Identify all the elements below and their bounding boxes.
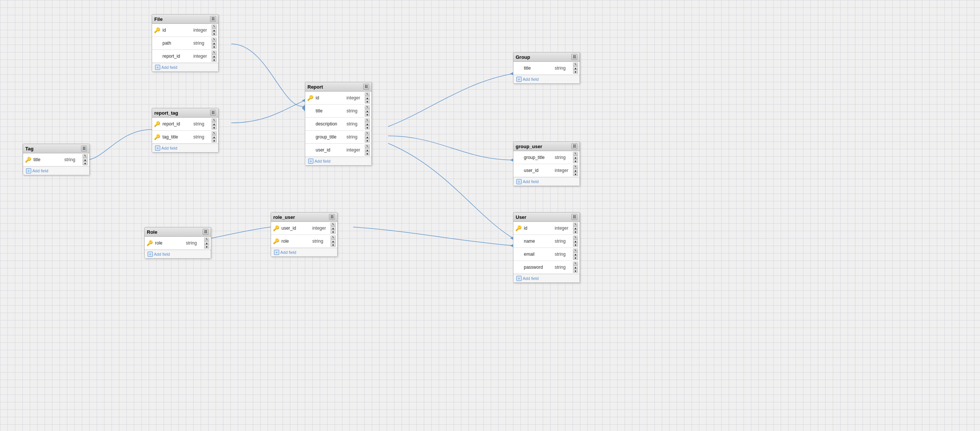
move-up-icon[interactable]: ▲: [212, 42, 217, 45]
edit-field-icon[interactable]: ✎: [331, 236, 336, 239]
add-field-link[interactable]: +Add field: [516, 276, 577, 281]
move-down-icon[interactable]: ▼: [573, 243, 578, 247]
move-up-icon[interactable]: ▲: [204, 241, 209, 245]
move-down-icon[interactable]: ▼: [573, 159, 578, 163]
move-down-icon[interactable]: ▼: [83, 161, 88, 165]
table-options-icon[interactable]: ☷: [210, 110, 216, 116]
move-down-icon[interactable]: ▼: [573, 256, 578, 260]
move-down-icon[interactable]: ▼: [331, 243, 336, 247]
edit-field-icon[interactable]: ✎: [573, 249, 578, 252]
move-up-icon[interactable]: ▲: [365, 122, 370, 126]
table-options-icon[interactable]: ☷: [329, 214, 335, 220]
move-down-icon[interactable]: ▼: [365, 139, 370, 142]
move-up-icon[interactable]: ▲: [573, 239, 578, 243]
add-field-row[interactable]: +Add field: [271, 248, 337, 257]
add-field-row[interactable]: +Add field: [514, 274, 580, 283]
table-header[interactable]: Role☷: [145, 227, 211, 237]
move-up-icon[interactable]: ▲: [212, 54, 217, 58]
add-field-label: Add field: [523, 77, 539, 81]
move-up-icon[interactable]: ▲: [365, 148, 370, 152]
edit-field-icon[interactable]: ✎: [83, 154, 88, 158]
edit-field-icon[interactable]: ✎: [365, 118, 370, 122]
move-down-icon[interactable]: ▼: [212, 139, 217, 142]
move-up-icon[interactable]: ▲: [83, 158, 88, 161]
move-up-icon[interactable]: ▲: [212, 135, 217, 139]
edit-field-icon[interactable]: ✎: [365, 105, 370, 109]
edit-field-icon[interactable]: ✎: [573, 262, 578, 265]
move-down-icon[interactable]: ▼: [365, 126, 370, 129]
move-down-icon[interactable]: ▼: [331, 230, 336, 234]
table-options-icon[interactable]: ☷: [363, 84, 369, 90]
table-options-icon[interactable]: ☷: [571, 54, 578, 60]
edit-field-icon[interactable]: ✎: [204, 238, 209, 241]
edit-field-icon[interactable]: ✎: [365, 92, 370, 96]
add-field-row[interactable]: +Add field: [152, 63, 218, 72]
edit-field-icon[interactable]: ✎: [212, 25, 217, 28]
edit-field-icon[interactable]: ✎: [573, 62, 578, 66]
edit-field-icon[interactable]: ✎: [365, 144, 370, 148]
move-up-icon[interactable]: ▲: [365, 96, 370, 100]
move-down-icon[interactable]: ▼: [204, 245, 209, 249]
add-field-link[interactable]: +Add field: [26, 168, 86, 174]
table-header[interactable]: Group☷: [514, 53, 580, 62]
add-field-link[interactable]: +Add field: [516, 77, 577, 82]
edit-field-icon[interactable]: ✎: [573, 236, 578, 239]
edit-field-icon[interactable]: ✎: [365, 131, 370, 135]
move-down-icon[interactable]: ▼: [212, 58, 217, 62]
table-header[interactable]: File☷: [152, 14, 218, 24]
edit-field-icon[interactable]: ✎: [212, 131, 217, 135]
add-field-link[interactable]: +Add field: [308, 158, 368, 164]
move-up-icon[interactable]: ▲: [331, 239, 336, 243]
move-up-icon[interactable]: ▲: [212, 28, 217, 32]
add-field-row[interactable]: +Add field: [305, 157, 371, 165]
move-up-icon[interactable]: ▲: [365, 109, 370, 113]
add-field-row[interactable]: +Add field: [514, 177, 580, 186]
move-down-icon[interactable]: ▼: [212, 126, 217, 129]
table-options-icon[interactable]: ☷: [81, 145, 87, 152]
table-header[interactable]: User☷: [514, 212, 580, 222]
add-field-row[interactable]: +Add field: [514, 75, 580, 83]
move-down-icon[interactable]: ▼: [365, 152, 370, 156]
table-options-icon[interactable]: ☷: [203, 229, 208, 235]
move-up-icon[interactable]: ▲: [573, 66, 578, 70]
edit-field-icon[interactable]: ✎: [212, 118, 217, 122]
move-down-icon[interactable]: ▼: [212, 45, 217, 49]
table-header[interactable]: role_user☷: [271, 212, 337, 222]
table-options-icon[interactable]: ☷: [571, 143, 578, 149]
move-down-icon[interactable]: ▼: [365, 100, 370, 104]
add-field-row[interactable]: +Add field: [23, 166, 89, 175]
move-up-icon[interactable]: ▲: [573, 169, 578, 172]
table-options-icon[interactable]: ☷: [571, 214, 578, 220]
move-down-icon[interactable]: ▼: [573, 172, 578, 176]
table-options-icon[interactable]: ☷: [210, 16, 216, 22]
move-up-icon[interactable]: ▲: [573, 226, 578, 230]
edit-field-icon[interactable]: ✎: [573, 223, 578, 226]
table-header[interactable]: report_tag☷: [152, 108, 218, 118]
add-field-link[interactable]: +Add field: [148, 252, 208, 257]
edit-field-icon[interactable]: ✎: [331, 223, 336, 226]
edit-field-icon[interactable]: ✎: [573, 165, 578, 169]
move-up-icon[interactable]: ▲: [212, 122, 217, 126]
move-down-icon[interactable]: ▼: [573, 269, 578, 273]
move-down-icon[interactable]: ▼: [365, 113, 370, 117]
add-field-link[interactable]: +Add field: [274, 250, 334, 255]
edit-field-icon[interactable]: ✎: [212, 51, 217, 54]
add-field-link[interactable]: +Add field: [155, 65, 215, 70]
table-header[interactable]: group_user☷: [514, 142, 580, 151]
edit-field-icon[interactable]: ✎: [573, 152, 578, 156]
add-field-link[interactable]: +Add field: [155, 145, 215, 151]
move-down-icon[interactable]: ▼: [212, 32, 217, 36]
move-up-icon[interactable]: ▲: [573, 252, 578, 256]
move-down-icon[interactable]: ▼: [573, 230, 578, 234]
edit-field-icon[interactable]: ✎: [212, 38, 217, 42]
add-field-row[interactable]: +Add field: [152, 144, 218, 152]
move-up-icon[interactable]: ▲: [573, 156, 578, 159]
move-down-icon[interactable]: ▼: [573, 70, 578, 74]
move-up-icon[interactable]: ▲: [331, 226, 336, 230]
move-up-icon[interactable]: ▲: [573, 265, 578, 269]
table-header[interactable]: Report☷: [305, 82, 371, 91]
add-field-link[interactable]: +Add field: [516, 179, 577, 184]
table-header[interactable]: Tag☷: [23, 144, 89, 153]
move-up-icon[interactable]: ▲: [365, 135, 370, 139]
add-field-row[interactable]: +Add field: [145, 250, 211, 258]
